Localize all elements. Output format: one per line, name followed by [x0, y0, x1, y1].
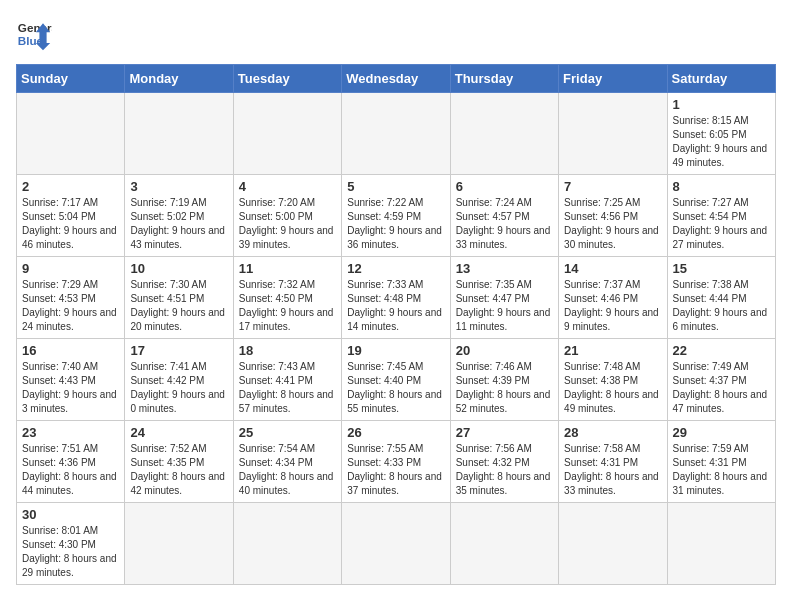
calendar-cell: 21Sunrise: 7:48 AM Sunset: 4:38 PM Dayli…	[559, 339, 667, 421]
calendar-cell: 9Sunrise: 7:29 AM Sunset: 4:53 PM Daylig…	[17, 257, 125, 339]
calendar-cell: 4Sunrise: 7:20 AM Sunset: 5:00 PM Daylig…	[233, 175, 341, 257]
calendar-cell: 15Sunrise: 7:38 AM Sunset: 4:44 PM Dayli…	[667, 257, 775, 339]
calendar-cell: 8Sunrise: 7:27 AM Sunset: 4:54 PM Daylig…	[667, 175, 775, 257]
day-info: Sunrise: 7:56 AM Sunset: 4:32 PM Dayligh…	[456, 442, 553, 498]
day-number: 27	[456, 425, 553, 440]
calendar-cell: 1Sunrise: 8:15 AM Sunset: 6:05 PM Daylig…	[667, 93, 775, 175]
calendar-cell: 13Sunrise: 7:35 AM Sunset: 4:47 PM Dayli…	[450, 257, 558, 339]
calendar-cell: 14Sunrise: 7:37 AM Sunset: 4:46 PM Dayli…	[559, 257, 667, 339]
day-info: Sunrise: 7:30 AM Sunset: 4:51 PM Dayligh…	[130, 278, 227, 334]
day-number: 3	[130, 179, 227, 194]
calendar-cell	[125, 503, 233, 585]
calendar-cell	[342, 93, 450, 175]
day-number: 2	[22, 179, 119, 194]
day-info: Sunrise: 7:17 AM Sunset: 5:04 PM Dayligh…	[22, 196, 119, 252]
day-number: 24	[130, 425, 227, 440]
calendar-week-row: 2Sunrise: 7:17 AM Sunset: 5:04 PM Daylig…	[17, 175, 776, 257]
day-number: 6	[456, 179, 553, 194]
calendar-cell	[342, 503, 450, 585]
calendar-cell: 19Sunrise: 7:45 AM Sunset: 4:40 PM Dayli…	[342, 339, 450, 421]
day-info: Sunrise: 7:35 AM Sunset: 4:47 PM Dayligh…	[456, 278, 553, 334]
day-info: Sunrise: 7:22 AM Sunset: 4:59 PM Dayligh…	[347, 196, 444, 252]
day-number: 10	[130, 261, 227, 276]
day-number: 26	[347, 425, 444, 440]
day-number: 21	[564, 343, 661, 358]
day-number: 28	[564, 425, 661, 440]
day-info: Sunrise: 8:15 AM Sunset: 6:05 PM Dayligh…	[673, 114, 770, 170]
calendar-cell: 22Sunrise: 7:49 AM Sunset: 4:37 PM Dayli…	[667, 339, 775, 421]
logo-icon: General Blue	[16, 16, 52, 52]
day-info: Sunrise: 7:52 AM Sunset: 4:35 PM Dayligh…	[130, 442, 227, 498]
day-info: Sunrise: 7:54 AM Sunset: 4:34 PM Dayligh…	[239, 442, 336, 498]
calendar-cell: 2Sunrise: 7:17 AM Sunset: 5:04 PM Daylig…	[17, 175, 125, 257]
calendar-cell	[559, 503, 667, 585]
calendar-cell: 27Sunrise: 7:56 AM Sunset: 4:32 PM Dayli…	[450, 421, 558, 503]
calendar-cell	[450, 503, 558, 585]
day-number: 23	[22, 425, 119, 440]
day-number: 20	[456, 343, 553, 358]
day-info: Sunrise: 7:45 AM Sunset: 4:40 PM Dayligh…	[347, 360, 444, 416]
day-info: Sunrise: 7:51 AM Sunset: 4:36 PM Dayligh…	[22, 442, 119, 498]
calendar-cell	[17, 93, 125, 175]
calendar-cell: 6Sunrise: 7:24 AM Sunset: 4:57 PM Daylig…	[450, 175, 558, 257]
weekday-header: Wednesday	[342, 65, 450, 93]
weekday-header: Thursday	[450, 65, 558, 93]
day-info: Sunrise: 7:59 AM Sunset: 4:31 PM Dayligh…	[673, 442, 770, 498]
weekday-header: Saturday	[667, 65, 775, 93]
day-info: Sunrise: 7:49 AM Sunset: 4:37 PM Dayligh…	[673, 360, 770, 416]
calendar-cell: 29Sunrise: 7:59 AM Sunset: 4:31 PM Dayli…	[667, 421, 775, 503]
calendar-cell	[450, 93, 558, 175]
calendar-cell: 26Sunrise: 7:55 AM Sunset: 4:33 PM Dayli…	[342, 421, 450, 503]
calendar-cell: 18Sunrise: 7:43 AM Sunset: 4:41 PM Dayli…	[233, 339, 341, 421]
day-number: 17	[130, 343, 227, 358]
calendar-cell	[233, 93, 341, 175]
calendar-cell: 7Sunrise: 7:25 AM Sunset: 4:56 PM Daylig…	[559, 175, 667, 257]
day-number: 12	[347, 261, 444, 276]
day-info: Sunrise: 7:27 AM Sunset: 4:54 PM Dayligh…	[673, 196, 770, 252]
day-number: 13	[456, 261, 553, 276]
calendar-cell: 5Sunrise: 7:22 AM Sunset: 4:59 PM Daylig…	[342, 175, 450, 257]
day-number: 30	[22, 507, 119, 522]
calendar-cell	[233, 503, 341, 585]
day-info: Sunrise: 7:38 AM Sunset: 4:44 PM Dayligh…	[673, 278, 770, 334]
day-number: 29	[673, 425, 770, 440]
calendar-cell	[667, 503, 775, 585]
svg-text:General: General	[18, 21, 52, 34]
day-info: Sunrise: 7:24 AM Sunset: 4:57 PM Dayligh…	[456, 196, 553, 252]
day-info: Sunrise: 7:19 AM Sunset: 5:02 PM Dayligh…	[130, 196, 227, 252]
day-number: 18	[239, 343, 336, 358]
day-info: Sunrise: 7:58 AM Sunset: 4:31 PM Dayligh…	[564, 442, 661, 498]
day-info: Sunrise: 7:20 AM Sunset: 5:00 PM Dayligh…	[239, 196, 336, 252]
day-info: Sunrise: 7:25 AM Sunset: 4:56 PM Dayligh…	[564, 196, 661, 252]
day-number: 7	[564, 179, 661, 194]
day-number: 8	[673, 179, 770, 194]
calendar-cell: 30Sunrise: 8:01 AM Sunset: 4:30 PM Dayli…	[17, 503, 125, 585]
day-number: 15	[673, 261, 770, 276]
calendar-week-row: 1Sunrise: 8:15 AM Sunset: 6:05 PM Daylig…	[17, 93, 776, 175]
calendar-cell: 16Sunrise: 7:40 AM Sunset: 4:43 PM Dayli…	[17, 339, 125, 421]
day-number: 1	[673, 97, 770, 112]
calendar-cell: 12Sunrise: 7:33 AM Sunset: 4:48 PM Dayli…	[342, 257, 450, 339]
calendar-cell: 20Sunrise: 7:46 AM Sunset: 4:39 PM Dayli…	[450, 339, 558, 421]
calendar-week-row: 30Sunrise: 8:01 AM Sunset: 4:30 PM Dayli…	[17, 503, 776, 585]
day-number: 14	[564, 261, 661, 276]
calendar-cell: 10Sunrise: 7:30 AM Sunset: 4:51 PM Dayli…	[125, 257, 233, 339]
day-info: Sunrise: 7:41 AM Sunset: 4:42 PM Dayligh…	[130, 360, 227, 416]
day-info: Sunrise: 7:29 AM Sunset: 4:53 PM Dayligh…	[22, 278, 119, 334]
day-info: Sunrise: 7:55 AM Sunset: 4:33 PM Dayligh…	[347, 442, 444, 498]
day-info: Sunrise: 8:01 AM Sunset: 4:30 PM Dayligh…	[22, 524, 119, 580]
day-number: 19	[347, 343, 444, 358]
calendar-cell: 25Sunrise: 7:54 AM Sunset: 4:34 PM Dayli…	[233, 421, 341, 503]
day-info: Sunrise: 7:33 AM Sunset: 4:48 PM Dayligh…	[347, 278, 444, 334]
weekday-header: Monday	[125, 65, 233, 93]
calendar-week-row: 23Sunrise: 7:51 AM Sunset: 4:36 PM Dayli…	[17, 421, 776, 503]
weekday-header: Sunday	[17, 65, 125, 93]
day-info: Sunrise: 7:48 AM Sunset: 4:38 PM Dayligh…	[564, 360, 661, 416]
day-info: Sunrise: 7:37 AM Sunset: 4:46 PM Dayligh…	[564, 278, 661, 334]
day-number: 25	[239, 425, 336, 440]
day-info: Sunrise: 7:43 AM Sunset: 4:41 PM Dayligh…	[239, 360, 336, 416]
calendar-cell	[125, 93, 233, 175]
calendar-week-row: 16Sunrise: 7:40 AM Sunset: 4:43 PM Dayli…	[17, 339, 776, 421]
day-number: 9	[22, 261, 119, 276]
calendar-cell: 24Sunrise: 7:52 AM Sunset: 4:35 PM Dayli…	[125, 421, 233, 503]
